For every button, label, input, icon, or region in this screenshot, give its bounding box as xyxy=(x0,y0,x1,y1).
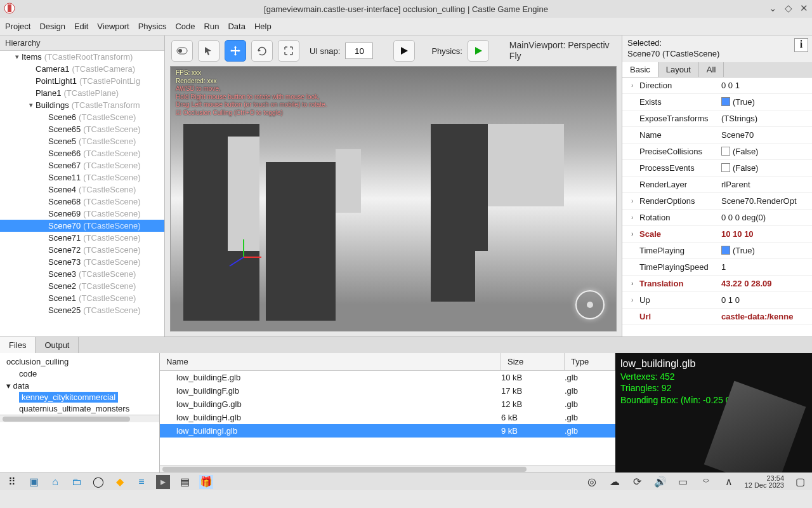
tab-layout[interactable]: Layout xyxy=(658,62,699,77)
hierarchy-item[interactable]: Scene71(TCastleScene) xyxy=(0,232,164,244)
tab-basic[interactable]: Basic xyxy=(622,62,658,77)
menu-edit[interactable]: Edit xyxy=(74,22,88,31)
filelist-col-name[interactable]: Name xyxy=(160,353,501,370)
taskbar-doc-icon[interactable]: ▤ xyxy=(178,475,192,489)
file-row[interactable]: low_buildingG.glb12 kB.glb xyxy=(160,398,615,411)
property-row[interactable]: TimePlayingSpeed1 xyxy=(622,259,812,276)
scale-tool[interactable] xyxy=(278,40,299,62)
file-row[interactable]: low_buildingF.glb17 kB.glb xyxy=(160,384,615,398)
folder-node[interactable]: code xyxy=(0,368,159,380)
property-row[interactable]: Exists(True) xyxy=(622,94,812,110)
folder-node[interactable]: quaternius_ultimate_monsters xyxy=(0,403,159,415)
menu-data[interactable]: Data xyxy=(228,22,245,31)
hierarchy-item[interactable]: Scene68(TCastleScene) xyxy=(0,196,164,208)
hierarchy-item[interactable]: PointLight1(TCastlePointLig xyxy=(0,75,164,87)
property-row[interactable]: ExposeTransforms(TStrings) xyxy=(622,110,812,127)
rotate-tool[interactable] xyxy=(251,40,273,62)
close-icon[interactable]: ✕ xyxy=(800,3,808,14)
hierarchy-item[interactable]: Scene69(TCastleScene) xyxy=(0,208,164,220)
menu-design[interactable]: Design xyxy=(39,22,65,31)
physics-play-button[interactable] xyxy=(468,40,489,62)
menu-viewport[interactable]: Viewport xyxy=(97,22,129,31)
tray-updates-icon[interactable]: ⟳ xyxy=(631,475,645,489)
taskbar-app1-icon[interactable]: ▣ xyxy=(27,475,41,489)
info-button[interactable]: i xyxy=(794,38,808,52)
taskbar-app2-icon[interactable]: ◆ xyxy=(113,475,127,489)
folder-tree[interactable]: occlusion_cullingcode▾ datakenney_cityki… xyxy=(0,353,160,472)
property-grid[interactable]: ›Direction0 0 1Exists(True)ExposeTransfo… xyxy=(622,77,812,337)
property-row[interactable]: ProcessEvents(False) xyxy=(622,160,812,177)
menu-project[interactable]: Project xyxy=(5,22,30,31)
hierarchy-item[interactable]: Camera1(TCastleCamera) xyxy=(0,63,164,75)
tray-clock[interactable]: 23:54 12 Dec 2023 xyxy=(745,475,784,489)
tray-battery-icon[interactable]: ▭ xyxy=(676,475,690,489)
file-rows[interactable]: low_buildingE.glb10 kB.glblow_buildingF.… xyxy=(160,371,615,465)
property-row[interactable]: NameScene70 xyxy=(622,127,812,144)
property-row[interactable]: Urlcastle-data:/kenne xyxy=(622,309,812,325)
taskbar-terminal-icon[interactable]: ▸ xyxy=(156,475,170,489)
minimize-icon[interactable]: ⌄ xyxy=(769,3,777,14)
file-row[interactable]: low_buildingE.glb10 kB.glb xyxy=(160,371,615,384)
menu-help[interactable]: Help xyxy=(254,22,272,31)
taskbar-store-icon[interactable]: ⌂ xyxy=(48,475,62,489)
folder-scrollbar[interactable] xyxy=(0,415,159,422)
navigation-gizmo[interactable] xyxy=(575,290,605,319)
property-row[interactable]: ›Direction0 0 1 xyxy=(622,77,812,94)
hierarchy-item[interactable]: ▾Buildings(TCastleTransform xyxy=(0,99,164,111)
play-button[interactable] xyxy=(393,40,415,62)
file-row[interactable]: low_buildingH.glb6 kB.glb xyxy=(160,411,615,424)
tray-desktop-icon[interactable]: ▢ xyxy=(793,475,807,489)
hierarchy-item[interactable]: Scene72(TCastleScene) xyxy=(0,244,164,256)
tray-volume-icon[interactable]: 🔊 xyxy=(653,475,667,489)
hierarchy-item[interactable]: Scene4(TCastleScene) xyxy=(0,184,164,196)
hierarchy-item[interactable]: Scene73(TCastleScene) xyxy=(0,256,164,268)
start-icon[interactable]: ⠿ xyxy=(5,475,19,489)
taskbar-castle-icon[interactable]: 🎁 xyxy=(199,475,213,489)
menu-physics[interactable]: Physics xyxy=(138,22,167,31)
hierarchy-item[interactable]: Scene70(TCastleScene) xyxy=(0,220,164,232)
filelist-scrollbar[interactable] xyxy=(160,465,615,472)
property-row[interactable]: RenderLayerrlParent xyxy=(622,177,812,193)
hierarchy-item[interactable]: Scene2(TCastleScene) xyxy=(0,280,164,292)
viewport-3d[interactable]: FPS: xxx Rendered: xxx AWSD to move, Hol… xyxy=(170,66,617,331)
property-row[interactable]: TimePlaying(True) xyxy=(622,243,812,259)
property-row[interactable]: ›Rotation0 0 0 deg(0) xyxy=(622,210,812,226)
filelist-col-type[interactable]: Type xyxy=(565,353,615,370)
file-row[interactable]: low_buildingI.glb9 kB.glb xyxy=(160,424,615,438)
tab-output[interactable]: Output xyxy=(36,337,79,353)
tab-all[interactable]: All xyxy=(699,62,724,77)
property-row[interactable]: ›Translation43.22 0 28.09 xyxy=(622,276,812,292)
hierarchy-item[interactable]: Scene67(TCastleScene) xyxy=(0,159,164,171)
taskbar-files-icon[interactable]: 🗀 xyxy=(70,475,84,489)
hierarchy-item[interactable]: Scene11(TCastleScene) xyxy=(0,171,164,184)
maximize-icon[interactable]: ◇ xyxy=(785,3,792,14)
filelist-col-size[interactable]: Size xyxy=(501,353,565,370)
tray-wifi-icon[interactable]: ⌔ xyxy=(699,475,713,489)
hierarchy-tree[interactable]: ▾Items(TCastleRootTransform)Camera1(TCas… xyxy=(0,51,164,337)
transform-gizmo[interactable] xyxy=(225,238,263,276)
property-row[interactable]: ›RenderOptionsScene70.RenderOpt xyxy=(622,193,812,210)
taskbar-vscode-icon[interactable]: ≡ xyxy=(134,475,148,489)
tray-bluetooth-icon[interactable]: ∧ xyxy=(722,475,736,489)
move-tool[interactable] xyxy=(225,40,246,62)
property-row[interactable]: ›Scale10 10 10 xyxy=(622,226,812,243)
hierarchy-item[interactable]: Scene66(TCastleScene) xyxy=(0,147,164,159)
select-tool[interactable] xyxy=(198,40,219,62)
menu-run[interactable]: Run xyxy=(204,22,219,31)
property-row[interactable]: PreciseCollisions(False) xyxy=(622,144,812,160)
hierarchy-item[interactable]: Scene3(TCastleScene) xyxy=(0,268,164,280)
toggle-tool[interactable] xyxy=(171,40,193,62)
folder-node[interactable]: ▾ data xyxy=(0,380,159,392)
tab-files[interactable]: Files xyxy=(0,337,36,353)
tray-cloud-icon[interactable]: ☁ xyxy=(608,475,622,489)
hierarchy-item[interactable]: ▾Items(TCastleRootTransform) xyxy=(0,51,164,63)
tray-sync-icon[interactable]: ◎ xyxy=(585,475,599,489)
hierarchy-item[interactable]: Scene1(TCastleScene) xyxy=(0,292,164,304)
hierarchy-item[interactable]: Scene6(TCastleScene) xyxy=(0,111,164,123)
menu-code[interactable]: Code xyxy=(175,22,195,31)
hierarchy-item[interactable]: Scene5(TCastleScene) xyxy=(0,135,164,147)
folder-node[interactable]: occlusion_culling xyxy=(0,356,159,368)
folder-node[interactable]: kenney_citykitcommercial xyxy=(19,392,118,403)
hierarchy-item[interactable]: Plane1(TCastlePlane) xyxy=(0,87,164,99)
property-row[interactable]: ›Up0 1 0 xyxy=(622,292,812,309)
